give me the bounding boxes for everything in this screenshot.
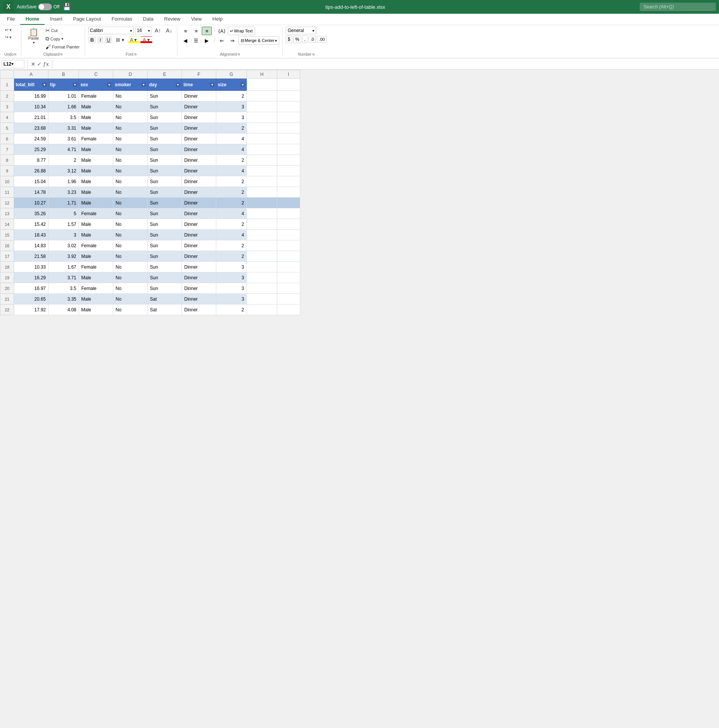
row-num-19[interactable]: 19 [0, 272, 14, 283]
cell-h-5[interactable] [247, 123, 277, 134]
cell-total_bill-20[interactable]: 16.97 [14, 283, 48, 294]
cell-smoker-6[interactable]: No [113, 134, 148, 144]
cell-time-20[interactable]: Dinner [182, 283, 216, 294]
cell-sex-9[interactable]: Male [79, 166, 113, 176]
cut-button[interactable]: ✂ Cut [43, 27, 82, 34]
cell-time-11[interactable]: Dinner [182, 187, 216, 198]
row-num-9[interactable]: 9 [0, 166, 14, 176]
cell-size-13[interactable]: 4 [216, 208, 247, 219]
cell-h1[interactable] [247, 79, 277, 91]
cell-time-21[interactable]: Dinner [182, 294, 216, 304]
cell-sex-16[interactable]: Female [79, 240, 113, 251]
cell-time-14[interactable]: Dinner [182, 219, 216, 230]
cell-i-11[interactable] [277, 187, 300, 198]
row-num-4[interactable]: 4 [0, 112, 14, 123]
cell-total_bill-19[interactable]: 16.29 [14, 272, 48, 283]
cell-total_bill-18[interactable]: 10.33 [14, 262, 48, 272]
total-bill-dropdown[interactable]: ▾ [42, 82, 47, 87]
underline-button[interactable]: U [105, 36, 113, 43]
cell-sex-19[interactable]: Male [79, 272, 113, 283]
align-left-button[interactable]: ◀ [180, 36, 190, 45]
cell-day-2[interactable]: Sun [148, 91, 182, 101]
cell-size-7[interactable]: 4 [216, 144, 247, 155]
cell-i1[interactable] [277, 79, 300, 91]
cell-smoker-5[interactable]: No [113, 123, 148, 134]
smoker-dropdown[interactable]: ▾ [142, 82, 146, 87]
day-dropdown[interactable]: ▾ [176, 82, 180, 87]
cell-i-2[interactable] [277, 91, 300, 101]
wrap-text-button[interactable]: ↵ Wrap Text [228, 27, 255, 35]
cell-total_bill-3[interactable]: 10.34 [14, 101, 48, 112]
cell-day-13[interactable]: Sun [148, 208, 182, 219]
cell-i-8[interactable] [277, 155, 300, 166]
cell-h-8[interactable] [247, 155, 277, 166]
cell-h-7[interactable] [247, 144, 277, 155]
cell-tip-3[interactable]: 1.66 [48, 101, 79, 112]
cell-tip-2[interactable]: 1.01 [48, 91, 79, 101]
row-num-10[interactable]: 10 [0, 176, 14, 187]
col-header-d[interactable]: D [113, 70, 148, 79]
cell-sex-7[interactable]: Male [79, 144, 113, 155]
tab-file[interactable]: File [2, 14, 20, 25]
row-num-3[interactable]: 3 [0, 101, 14, 112]
cell-total_bill-21[interactable]: 20.65 [14, 294, 48, 304]
cell-sex-21[interactable]: Male [79, 294, 113, 304]
cell-day-12[interactable]: Sun [148, 198, 182, 208]
cell-day-4[interactable]: Sun [148, 112, 182, 123]
cell-tip-9[interactable]: 3.12 [48, 166, 79, 176]
cell-day-20[interactable]: Sun [148, 283, 182, 294]
cell-sex-4[interactable]: Male [79, 112, 113, 123]
cell-total_bill-13[interactable]: 35.26 [14, 208, 48, 219]
cell-sex-10[interactable]: Male [79, 176, 113, 187]
cell-sex-6[interactable]: Female [79, 134, 113, 144]
tab-formulas[interactable]: Formulas [106, 14, 138, 25]
cell-size-20[interactable]: 3 [216, 283, 247, 294]
row-num-18[interactable]: 18 [0, 262, 14, 272]
cell-total_bill-11[interactable]: 14.78 [14, 187, 48, 198]
cell-h-15[interactable] [247, 230, 277, 240]
cell-size-15[interactable]: 4 [216, 230, 247, 240]
cell-i-20[interactable] [277, 283, 300, 294]
save-icon[interactable]: 💾 [63, 3, 71, 11]
cell-total_bill-22[interactable]: 17.92 [14, 304, 48, 315]
cell-sex-22[interactable]: Male [79, 304, 113, 315]
increase-decimal-button[interactable]: .00 [317, 36, 327, 43]
cell-time-16[interactable]: Dinner [182, 240, 216, 251]
borders-button[interactable]: ⊞ ▾ [114, 36, 127, 43]
alignment-expand-icon[interactable]: ⧉ [238, 53, 240, 56]
cell-day-11[interactable]: Sun [148, 187, 182, 198]
col-header-h[interactable]: H [247, 70, 277, 79]
row-num-8[interactable]: 8 [0, 155, 14, 166]
header-sex[interactable]: sex▾ [79, 79, 113, 91]
cell-i-3[interactable] [277, 101, 300, 112]
merge-center-button[interactable]: ⊟ Merge & Center ▾ [238, 36, 280, 45]
cell-i-10[interactable] [277, 176, 300, 187]
col-header-f[interactable]: F [182, 70, 216, 79]
tip-dropdown[interactable]: ▾ [73, 82, 77, 87]
cell-h-2[interactable] [247, 91, 277, 101]
tab-home[interactable]: Home [20, 14, 45, 25]
cell-time-5[interactable]: Dinner [182, 123, 216, 134]
search-input[interactable] [640, 3, 716, 11]
cell-tip-17[interactable]: 3.92 [48, 251, 79, 262]
cell-total_bill-9[interactable]: 26.88 [14, 166, 48, 176]
cell-sex-18[interactable]: Female [79, 262, 113, 272]
cell-smoker-15[interactable]: No [113, 230, 148, 240]
cell-i-18[interactable] [277, 262, 300, 272]
cell-size-19[interactable]: 3 [216, 272, 247, 283]
comma-button[interactable]: , [302, 35, 307, 43]
header-time[interactable]: time▾ [182, 79, 216, 91]
cell-day-9[interactable]: Sun [148, 166, 182, 176]
increase-indent-button[interactable]: ⇒ [228, 36, 238, 45]
cell-day-19[interactable]: Sun [148, 272, 182, 283]
cell-size-9[interactable]: 4 [216, 166, 247, 176]
cell-smoker-8[interactable]: No [113, 155, 148, 166]
cell-time-2[interactable]: Dinner [182, 91, 216, 101]
cell-smoker-14[interactable]: No [113, 219, 148, 230]
cell-day-15[interactable]: Sun [148, 230, 182, 240]
autosave-toggle[interactable] [38, 3, 52, 10]
tab-view[interactable]: View [186, 14, 207, 25]
cell-h-11[interactable] [247, 187, 277, 198]
cell-h-3[interactable] [247, 101, 277, 112]
size-dropdown[interactable]: ▾ [241, 82, 245, 87]
